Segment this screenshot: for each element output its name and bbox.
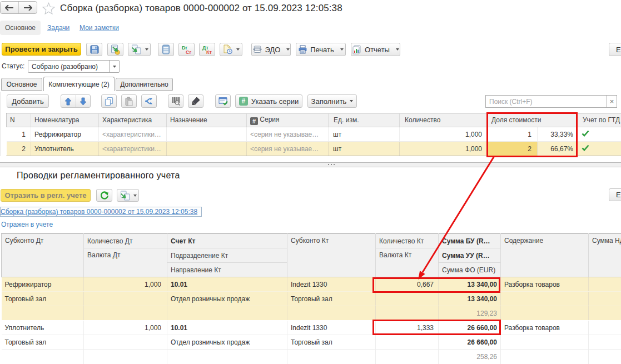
svg-text:Кт: Кт	[206, 49, 212, 55]
svg-text:Cr: Cr	[186, 49, 191, 55]
